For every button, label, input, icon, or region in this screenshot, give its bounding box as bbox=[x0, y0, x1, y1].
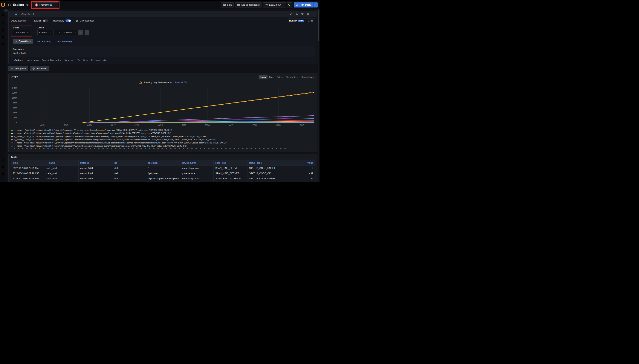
graph-mode-lines[interactable]: Lines bbox=[259, 75, 268, 79]
column-header--name-[interactable]: __name__ bbox=[45, 160, 78, 166]
starred-icon[interactable] bbox=[2, 21, 4, 24]
table-cell: featureflagservice bbox=[180, 166, 214, 171]
svg-text:23:35: 23:35 bbox=[87, 124, 92, 126]
explore-compass-icon bbox=[8, 3, 11, 6]
split-icon bbox=[223, 4, 226, 6]
zoom-out-button[interactable] bbox=[287, 2, 292, 8]
query-row-header[interactable]: A (Prometheus) ? bbox=[8, 11, 317, 17]
column-header-time[interactable]: Time bbox=[11, 160, 45, 166]
query-ref-id: A bbox=[15, 13, 17, 16]
inspector-button[interactable]: Inspector bbox=[30, 66, 49, 71]
query-hint-1[interactable]: hint: add sum() bbox=[55, 39, 74, 44]
svg-text:6000: 6000 bbox=[13, 107, 18, 109]
top-bar: Explore Prom bbox=[0, 1, 320, 9]
sign-in-icon[interactable] bbox=[2, 158, 4, 162]
page-scrollbar[interactable] bbox=[318, 9, 320, 182]
svg-text:8000: 8000 bbox=[13, 102, 18, 104]
builder-mode-tab[interactable]: Builder Beta bbox=[287, 19, 306, 23]
query-help-icon[interactable]: ? bbox=[290, 12, 292, 16]
table-cell: /hipstershop.ProductCatalogS... bbox=[146, 181, 180, 182]
legend-item-0[interactable]: {__name__="calls_total", instance="otelc… bbox=[11, 128, 315, 132]
plus-icon bbox=[11, 68, 13, 70]
column-header-span-kind[interactable]: span_kind bbox=[214, 160, 248, 166]
add-query-button[interactable]: Add query bbox=[8, 66, 28, 71]
label-operator-select[interactable]: = bbox=[53, 30, 62, 35]
raw-query-toggle[interactable] bbox=[66, 20, 71, 22]
query-hint-0[interactable]: hint: add rate() bbox=[34, 39, 53, 44]
chevron-down-icon bbox=[74, 32, 76, 34]
add-operation-button[interactable]: Operations bbox=[13, 39, 33, 44]
code-mode-tab[interactable]: Code bbox=[306, 19, 315, 23]
table-cell: calls_total bbox=[45, 181, 78, 182]
column-header-operation[interactable]: operation bbox=[146, 160, 180, 166]
explore-nav-icon[interactable] bbox=[1, 35, 4, 39]
series-limit-warning: Showing only 20 time series. Show all 55 bbox=[11, 81, 315, 84]
remove-query-trash-icon[interactable] bbox=[306, 12, 310, 16]
settings-gear-icon[interactable] bbox=[2, 166, 4, 169]
grafana-logo-icon[interactable] bbox=[1, 2, 5, 7]
legend-item-3[interactable]: {__name__="calls_total", instance="otelc… bbox=[11, 138, 315, 141]
time-range-picker[interactable]: Last 1 hour bbox=[263, 2, 286, 8]
graph-mode-points[interactable]: Points bbox=[275, 75, 284, 79]
sidebar-expand-button[interactable]: › bbox=[4, 9, 8, 12]
svg-text:10000: 10000 bbox=[12, 97, 18, 99]
column-header-service-name[interactable]: service_name bbox=[180, 160, 214, 166]
legend-item-2[interactable]: {__name__="calls_total", instance="otelc… bbox=[11, 135, 315, 138]
legend-item-5[interactable]: {__name__="calls_total", instance="otelc… bbox=[11, 144, 315, 148]
graph-mode-bars[interactable]: Bars bbox=[268, 75, 275, 79]
column-header-status-code[interactable]: status_code bbox=[247, 160, 281, 166]
svg-text:14000: 14000 bbox=[12, 87, 18, 89]
column-header-instance[interactable]: instance bbox=[78, 160, 112, 166]
time-series-chart[interactable]: 0200040006000800010000120001400023:2523:… bbox=[11, 87, 315, 127]
query-options-row[interactable]: Options Legend: AutoFormat: Time seriesS… bbox=[11, 57, 315, 63]
graph-mode-stacked-bars[interactable]: Stacked bars bbox=[300, 75, 315, 79]
table-cell: 621 bbox=[281, 181, 315, 182]
scrollbar-thumb[interactable] bbox=[318, 9, 319, 41]
svg-text:0: 0 bbox=[16, 122, 18, 124]
add-to-dashboard-button[interactable]: Add to dashboard bbox=[235, 2, 262, 8]
label-value-select[interactable]: Choose bbox=[63, 30, 78, 35]
graph-mode-stacked-lines[interactable]: Stacked lines bbox=[284, 75, 300, 79]
share-icon[interactable] bbox=[26, 4, 28, 6]
show-all-series-link[interactable]: Show all 55 bbox=[174, 81, 187, 84]
editor-mode-switch: Builder Beta Code bbox=[287, 18, 315, 23]
drag-handle-icon[interactable] bbox=[312, 12, 315, 16]
split-button[interactable]: Split bbox=[221, 2, 234, 8]
table-cell: STATUS_CODE_UNSET bbox=[247, 181, 281, 182]
alerting-bell-icon[interactable] bbox=[2, 42, 4, 46]
give-feedback-button[interactable]: Give feedback bbox=[76, 20, 94, 22]
table-cell: 432 bbox=[281, 171, 315, 176]
column-header-value[interactable]: Value bbox=[281, 160, 315, 166]
plus-icon bbox=[86, 31, 88, 33]
add-label-filter-button[interactable] bbox=[85, 30, 89, 35]
table-cell: 2022-10-16 00:22:29.655 bbox=[11, 171, 45, 176]
legend-swatch bbox=[11, 136, 13, 137]
legend-item-4[interactable]: {__name__="calls_total", instance="otelc… bbox=[11, 141, 315, 144]
column-header-job[interactable]: job bbox=[112, 160, 146, 166]
chevron-down-icon bbox=[315, 4, 317, 6]
run-query-options-caret[interactable] bbox=[313, 2, 318, 8]
label-key-select[interactable]: Choose bbox=[38, 30, 53, 35]
legend-swatch bbox=[11, 146, 13, 146]
option-summary-3: Type: Both bbox=[78, 59, 88, 61]
run-query-button[interactable]: Run query bbox=[294, 2, 313, 8]
table-row: 2022-10-16 00:22:29.655calls_totalotelco… bbox=[11, 171, 315, 176]
duplicate-query-icon[interactable] bbox=[295, 12, 298, 16]
hide-query-eye-icon[interactable] bbox=[301, 12, 304, 16]
dashboards-icon[interactable] bbox=[2, 28, 4, 32]
search-icon[interactable] bbox=[2, 14, 4, 18]
raw-query-title: Raw query bbox=[13, 48, 313, 50]
query-patterns-dropdown[interactable]: Query patterns bbox=[11, 20, 29, 22]
page-title: Explore bbox=[13, 3, 24, 6]
remove-label-filter-button[interactable] bbox=[78, 30, 83, 35]
datasource-picker[interactable]: Prometheus bbox=[32, 2, 58, 8]
collapse-chevron-icon[interactable] bbox=[11, 13, 13, 15]
legend-item-1[interactable]: {__name__="calls_total", instance="otelc… bbox=[11, 132, 315, 135]
chevron-down-icon bbox=[27, 20, 29, 22]
metric-field: Metric calls_total bbox=[11, 25, 32, 36]
explain-toggle[interactable] bbox=[43, 20, 48, 22]
metric-select[interactable]: calls_total bbox=[13, 30, 30, 35]
legend-label: {__name__="calls_total", instance="otelc… bbox=[14, 145, 187, 147]
help-icon[interactable]: ? bbox=[2, 173, 4, 176]
annotation-datasource-box: Prometheus bbox=[31, 1, 60, 9]
